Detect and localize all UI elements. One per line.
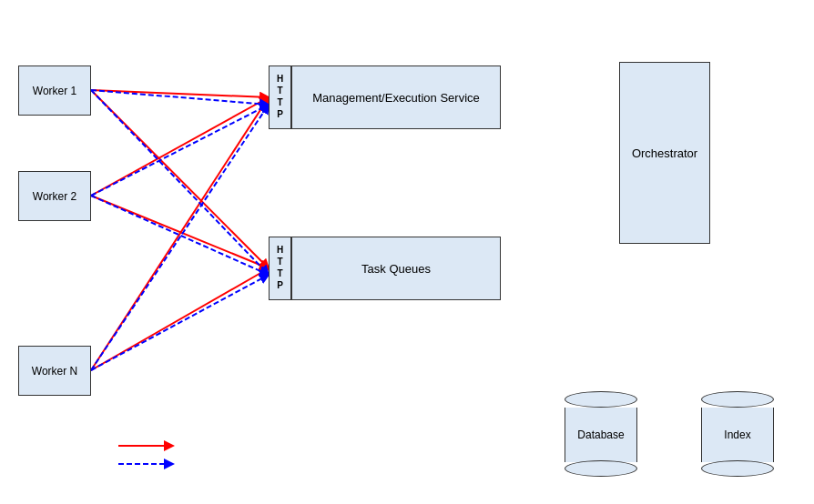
taskq-label: Task Queues: [361, 262, 431, 276]
index-label: Index: [724, 428, 750, 441]
database-cylinder-body: Database: [565, 408, 637, 462]
svg-line-11: [91, 275, 269, 370]
svg-line-1: [91, 90, 269, 268]
svg-line-3: [91, 196, 269, 268]
svg-line-9: [91, 196, 269, 275]
worker2-label: Worker 2: [33, 190, 76, 203]
workerN-box: Worker N: [18, 346, 91, 396]
orchestrator-label: Orchestrator: [632, 146, 697, 160]
mgmt-service-label: Management/Execution Service: [312, 91, 480, 105]
database-cylinder-top: [565, 391, 637, 408]
workerN-label: Worker N: [32, 365, 77, 378]
http1-box: HTTP: [269, 66, 291, 129]
taskq-box: Task Queues: [291, 237, 501, 300]
mgmt-service-box: Management/Execution Service: [291, 66, 501, 129]
orchestrator-box: Orchestrator: [619, 62, 710, 244]
database-cylinder: Database: [565, 391, 637, 477]
http2-label: HTTP: [275, 245, 285, 292]
index-cylinder-top: [701, 391, 774, 408]
svg-line-6: [91, 90, 269, 105]
svg-line-8: [91, 105, 269, 196]
index-cylinder-body: Index: [701, 408, 774, 462]
svg-line-10: [91, 105, 269, 370]
index-cylinder-bottom: [701, 460, 774, 477]
svg-line-0: [91, 90, 269, 97]
svg-line-2: [91, 97, 269, 196]
worker2-box: Worker 2: [18, 171, 91, 221]
worker1-box: Worker 1: [18, 66, 91, 116]
index-cylinder: Index: [701, 391, 774, 477]
http1-label: HTTP: [275, 74, 285, 121]
http2-box: HTTP: [269, 237, 291, 300]
database-cylinder-bottom: [565, 460, 637, 477]
database-label: Database: [577, 428, 624, 441]
svg-line-5: [91, 268, 269, 370]
svg-line-4: [91, 97, 269, 370]
diagram-canvas: Worker 1 Worker 2 Worker N HTTP Manageme…: [0, 0, 814, 504]
worker1-label: Worker 1: [33, 85, 76, 97]
svg-line-7: [91, 90, 269, 275]
